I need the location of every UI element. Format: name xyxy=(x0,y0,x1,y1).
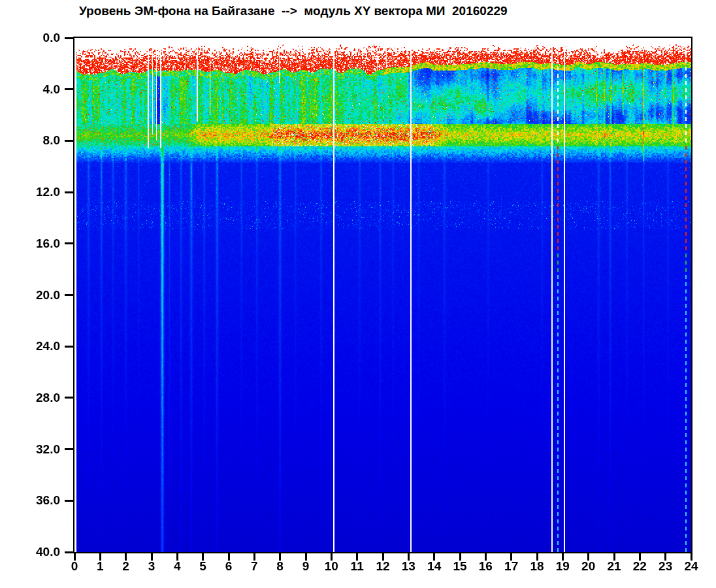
y-tick xyxy=(65,500,74,502)
x-tick-label: 11 xyxy=(344,559,370,574)
y-tick xyxy=(65,551,74,553)
x-tick-label: 7 xyxy=(241,559,267,574)
y-tick-label: 28.0 xyxy=(18,391,60,405)
x-tick-label: 8 xyxy=(267,559,293,574)
y-tick xyxy=(65,242,74,244)
x-tick-label: 2 xyxy=(113,559,139,574)
x-tick-label: 6 xyxy=(216,559,242,574)
y-tick xyxy=(65,88,74,90)
y-tick-label: 40.0 xyxy=(18,545,60,559)
y-tick-label: 20.0 xyxy=(18,288,60,302)
x-tick-label: 24 xyxy=(678,559,704,574)
y-tick xyxy=(65,346,74,348)
x-tick-label: 21 xyxy=(601,559,627,574)
x-tick-label: 3 xyxy=(138,559,165,574)
x-tick-label: 18 xyxy=(524,559,550,574)
y-tick xyxy=(65,191,74,193)
y-tick xyxy=(65,37,74,39)
spectrogram-page: Уровень ЭМ-фона на Байгазане --> модуль … xyxy=(0,0,716,588)
x-tick-label: 14 xyxy=(421,559,448,574)
y-tick xyxy=(65,448,74,450)
x-tick-label: 5 xyxy=(190,559,216,574)
y-tick xyxy=(65,140,74,142)
y-tick-label: 16.0 xyxy=(18,237,60,251)
y-tick-label: 4.0 xyxy=(18,82,60,97)
spectrogram-canvas xyxy=(74,38,691,552)
x-tick-label: 12 xyxy=(370,559,396,574)
y-tick-label: 36.0 xyxy=(18,493,60,508)
x-tick-label: 10 xyxy=(318,559,344,574)
x-tick-label: 16 xyxy=(472,559,498,574)
y-tick-label: 32.0 xyxy=(18,442,60,457)
x-tick-label: 1 xyxy=(87,559,113,574)
x-tick-label: 15 xyxy=(447,559,473,574)
y-tick-label: 12.0 xyxy=(18,185,60,199)
y-tick-label: 24.0 xyxy=(18,339,60,353)
x-tick-label: 22 xyxy=(626,559,653,574)
x-tick-label: 4 xyxy=(164,559,190,574)
y-tick xyxy=(65,294,74,296)
x-tick-label: 19 xyxy=(549,559,576,574)
chart-title: Уровень ЭМ-фона на Байгазане --> модуль … xyxy=(79,4,508,18)
x-tick-label: 0 xyxy=(61,559,88,574)
y-tick xyxy=(65,397,74,399)
x-tick-label: 9 xyxy=(293,559,319,574)
y-tick-label: 0.0 xyxy=(18,31,60,45)
x-tick-label: 23 xyxy=(653,559,679,574)
x-tick-label: 20 xyxy=(576,559,602,574)
y-tick-label: 8.0 xyxy=(18,133,60,148)
x-tick-label: 17 xyxy=(498,559,525,574)
x-tick-label: 13 xyxy=(395,559,421,574)
